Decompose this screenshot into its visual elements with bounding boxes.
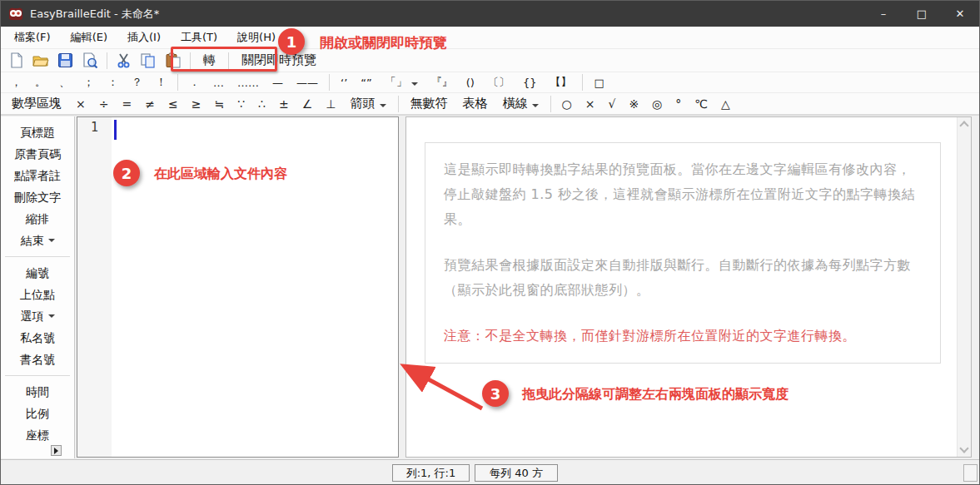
punct-dash-button[interactable]: — xyxy=(266,75,290,91)
math-no-number-sign-button[interactable]: 無數符 xyxy=(403,94,455,113)
save-button[interactable] xyxy=(54,51,77,70)
math-perpendicular-button[interactable]: ⊥ xyxy=(319,96,342,112)
annotation-step-3-text: 拖曳此分隔線可調整左右兩塊面板的顯示寬度 xyxy=(522,386,788,403)
math-reference-mark-button[interactable]: ※ xyxy=(622,96,645,112)
math-multiply-button[interactable]: × xyxy=(69,96,92,112)
math-toolbar: 數學區塊 × ÷ = ≠ ≤ ≥ ≒ ∵ ∴ ± ∠ ⊥ 箭頭 無數符 表格 橫… xyxy=(1,92,979,115)
punct-comma-button[interactable]: ， xyxy=(4,73,28,92)
math-divide-button[interactable]: ÷ xyxy=(92,96,116,112)
maximize-button[interactable]: □ xyxy=(903,1,941,27)
copy-button[interactable] xyxy=(137,51,160,70)
sidebar-transcriber-note-button[interactable]: 點譯者註 xyxy=(1,165,74,186)
math-bullseye-button[interactable]: ◎ xyxy=(645,96,669,112)
sidebar-superposition-dot-button[interactable]: 上位點 xyxy=(1,284,74,305)
punct-parentheses-button[interactable]: () xyxy=(460,75,481,91)
copy-icon xyxy=(140,52,157,68)
punct-exclaim-button[interactable]: ！ xyxy=(149,73,173,92)
new-document-icon xyxy=(8,52,24,68)
punct-square-button[interactable]: □ xyxy=(587,75,610,91)
toolbar-separator xyxy=(550,96,551,112)
cut-button[interactable] xyxy=(112,51,135,70)
punct-colon-button[interactable]: ： xyxy=(101,73,125,92)
close-button[interactable]: ✕ xyxy=(941,1,979,27)
preview-paragraph: 這是顯示即時轉換點字結果的預覽面板。當你在左邊文字編輯區有修改內容，停止敲鍵盤約… xyxy=(444,157,922,232)
math-line-dropdown[interactable]: 橫線 xyxy=(495,94,546,113)
math-arrow-dropdown[interactable]: 箭頭 xyxy=(343,94,394,113)
toolbar-separator xyxy=(582,74,583,91)
menu-edit[interactable]: 編輯(E) xyxy=(61,27,117,48)
menu-help[interactable]: 說明(H) xyxy=(227,27,286,48)
punct-white-corner-brackets-button[interactable]: 『』 xyxy=(425,73,460,92)
math-plus-minus-button[interactable]: ± xyxy=(272,96,296,112)
math-angle-button[interactable]: ∠ xyxy=(296,96,320,112)
sidebar-book-title-mark-button[interactable]: 書名號 xyxy=(1,349,74,370)
sidebar-numbering-button[interactable]: 編號 xyxy=(1,262,74,284)
math-triangle-button[interactable]: △ xyxy=(714,96,737,112)
punct-semicolon-button[interactable]: ； xyxy=(77,73,101,92)
punct-long-ellipsis-button[interactable]: …… xyxy=(231,75,266,91)
math-celsius-button[interactable]: ℃ xyxy=(688,96,714,112)
annotation-step-2-text: 在此區域輸入文件內容 xyxy=(154,166,287,183)
save-floppy-icon xyxy=(57,52,73,68)
math-approx-button[interactable]: ≒ xyxy=(207,96,231,112)
math-table-button[interactable]: 表格 xyxy=(455,94,495,113)
math-equals-button[interactable]: = xyxy=(115,96,138,112)
markup-sidebar: 頁標題 原書頁碼 點譯者註 刪除文字 縮排 結束 編號 上位點 選項 私名號 書… xyxy=(1,116,75,458)
punct-lenticular-brackets-button[interactable]: 【】 xyxy=(543,73,578,92)
print-preview-button[interactable] xyxy=(78,51,102,70)
toolbar-separator xyxy=(107,52,107,69)
sidebar-end-dropdown[interactable]: 結束 xyxy=(1,230,74,251)
menu-file[interactable]: 檔案(F) xyxy=(4,27,61,48)
punct-enum-comma-button[interactable]: 、 xyxy=(52,73,77,92)
math-greater-equal-button[interactable]: ≥ xyxy=(185,96,208,112)
punct-dot-button[interactable]: ． xyxy=(182,73,206,92)
math-degree-button[interactable]: ° xyxy=(669,96,688,112)
punct-braces-button[interactable]: {} xyxy=(516,75,544,91)
sidebar-indent-button[interactable]: 縮排 xyxy=(1,208,74,230)
status-bar: 列:1, 行:1 每列 40 方 xyxy=(1,459,979,484)
punct-period-button[interactable]: 。 xyxy=(28,73,52,92)
chevron-down-icon xyxy=(380,104,386,107)
punct-corner-brackets-button[interactable]: 「」 xyxy=(379,73,425,92)
scroll-down-icon[interactable] xyxy=(959,443,968,453)
math-cross-button[interactable]: × xyxy=(579,96,602,112)
open-file-button[interactable] xyxy=(29,51,52,70)
sidebar-page-title-button[interactable]: 頁標題 xyxy=(1,121,74,143)
new-document-button[interactable] xyxy=(5,51,27,70)
text-caret xyxy=(114,120,117,140)
math-therefore-button[interactable]: ∴ xyxy=(251,96,272,112)
math-block-button[interactable]: 數學區塊 xyxy=(4,94,69,113)
sidebar-options-dropdown[interactable]: 選項 xyxy=(1,305,74,327)
punct-single-quotes-button[interactable]: ‘’ xyxy=(334,75,354,91)
title-bar: EasyBrailleEdit - 未命名* – □ ✕ xyxy=(1,1,979,27)
sidebar-overflow-button[interactable] xyxy=(51,445,62,456)
menu-tools[interactable]: 工具(T) xyxy=(171,27,227,48)
sidebar-time-button[interactable]: 時間 xyxy=(1,381,74,403)
math-not-equal-button[interactable]: ≠ xyxy=(138,96,162,112)
sidebar-original-page-number-button[interactable]: 原書頁碼 xyxy=(1,143,74,165)
chevron-down-icon xyxy=(48,239,55,242)
app-logo-owl-icon xyxy=(8,7,23,22)
punct-long-dash-button[interactable]: —— xyxy=(290,75,325,91)
punct-ellipsis-button[interactable]: … xyxy=(206,75,231,91)
punct-tortoise-brackets-button[interactable]: 〔〕 xyxy=(481,73,516,92)
sidebar-ratio-button[interactable]: 比例 xyxy=(1,403,74,424)
sidebar-proper-name-mark-button[interactable]: 私名號 xyxy=(1,327,74,349)
menu-insert[interactable]: 插入(I) xyxy=(117,27,171,48)
minimize-button[interactable]: – xyxy=(864,1,903,27)
math-less-equal-button[interactable]: ≤ xyxy=(162,96,185,112)
sidebar-delete-text-button[interactable]: 刪除文字 xyxy=(1,186,74,208)
window-title: EasyBrailleEdit - 未命名* xyxy=(30,7,159,22)
resize-grip[interactable] xyxy=(963,464,978,482)
sidebar-coordinates-button[interactable]: 座標 xyxy=(1,424,74,446)
scroll-up-icon[interactable] xyxy=(959,121,968,130)
preview-vertical-scrollbar[interactable] xyxy=(957,117,971,457)
punct-double-quotes-button[interactable]: “” xyxy=(354,75,378,91)
math-circle-button[interactable]: ○ xyxy=(555,96,579,112)
punct-question-button[interactable]: ？ xyxy=(125,73,149,92)
toolbar-separator xyxy=(177,74,178,91)
annotation-step-1-text: 開啟或關閉即時預覽 xyxy=(320,33,447,52)
main-toolbar: 轉 關閉即時預覽 xyxy=(1,48,979,72)
math-because-button[interactable]: ∵ xyxy=(231,96,251,112)
math-check-button[interactable]: √ xyxy=(601,96,622,112)
